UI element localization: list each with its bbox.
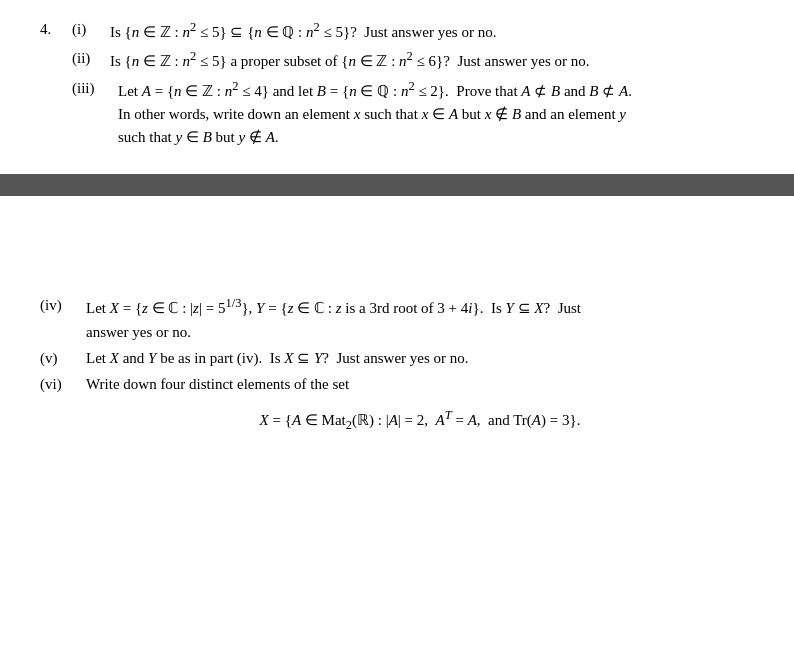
part-i-label: (i) <box>72 18 110 44</box>
part-vi-line1: Write down four distinct elements of the… <box>86 373 754 396</box>
bottom-section: (iv) Let X = {z ∈ ℂ : |z| = 51/3}, Y = {… <box>0 196 794 456</box>
part-iv-line2: answer yes or no. <box>86 321 754 344</box>
part-iii-line2: In other words, write down an element x … <box>118 103 754 126</box>
part-iv-line1: Let X = {z ∈ ℂ : |z| = 51/3}, Y = {z ∈ ℂ… <box>86 294 754 320</box>
part-iii-content: Let A = {n ∈ ℤ : n2 ≤ 4} and let B = {n … <box>118 77 754 150</box>
part-iv-content: Let X = {z ∈ ℂ : |z| = 51/3}, Y = {z ∈ ℂ… <box>86 294 754 344</box>
part-vi-label: (vi) <box>40 373 86 436</box>
part-iii-label: (iii) <box>72 77 118 150</box>
problem-4: 4. (i) Is {n ∈ ℤ : n2 ≤ 5} ⊆ {n ∈ ℚ : n2… <box>40 18 754 152</box>
part-iii-line3: such that y ∈ B but y ∉ A. <box>118 126 754 149</box>
part-vi: (vi) Write down four distinct elements o… <box>40 373 754 436</box>
part-vi-content: Write down four distinct elements of the… <box>86 373 754 436</box>
part-iv-label: (iv) <box>40 294 86 344</box>
part-vi-display: X = {A ∈ Mat2(ℝ) : |A| = 2, AT = A, and … <box>86 406 754 435</box>
part-v-content: Let X and Y be as in part (iv). Is X ⊆ Y… <box>86 347 754 370</box>
page: 4. (i) Is {n ∈ ℤ : n2 ≤ 5} ⊆ {n ∈ ℚ : n2… <box>0 0 794 656</box>
part-i-content: Is {n ∈ ℤ : n2 ≤ 5} ⊆ {n ∈ ℚ : n2 ≤ 5}? … <box>110 18 754 44</box>
part-iii: (iii) Let A = {n ∈ ℤ : n2 ≤ 4} and let B… <box>72 77 754 150</box>
divider-bar <box>0 174 794 196</box>
problem-content: (i) Is {n ∈ ℤ : n2 ≤ 5} ⊆ {n ∈ ℚ : n2 ≤ … <box>72 18 754 152</box>
part-i: (i) Is {n ∈ ℤ : n2 ≤ 5} ⊆ {n ∈ ℚ : n2 ≤ … <box>72 18 754 44</box>
top-section: 4. (i) Is {n ∈ ℤ : n2 ≤ 5} ⊆ {n ∈ ℚ : n2… <box>0 0 794 174</box>
part-ii-content: Is {n ∈ ℤ : n2 ≤ 5} a proper subset of {… <box>110 47 754 73</box>
part-v: (v) Let X and Y be as in part (iv). Is X… <box>40 347 754 370</box>
part-ii-label: (ii) <box>72 47 110 73</box>
problem-number: 4. <box>40 18 72 152</box>
part-v-label: (v) <box>40 347 86 370</box>
part-ii: (ii) Is {n ∈ ℤ : n2 ≤ 5} a proper subset… <box>72 47 754 73</box>
part-iii-line1: Let A = {n ∈ ℤ : n2 ≤ 4} and let B = {n … <box>118 77 754 103</box>
part-iv: (iv) Let X = {z ∈ ℂ : |z| = 51/3}, Y = {… <box>40 294 754 344</box>
spacer <box>40 214 754 294</box>
